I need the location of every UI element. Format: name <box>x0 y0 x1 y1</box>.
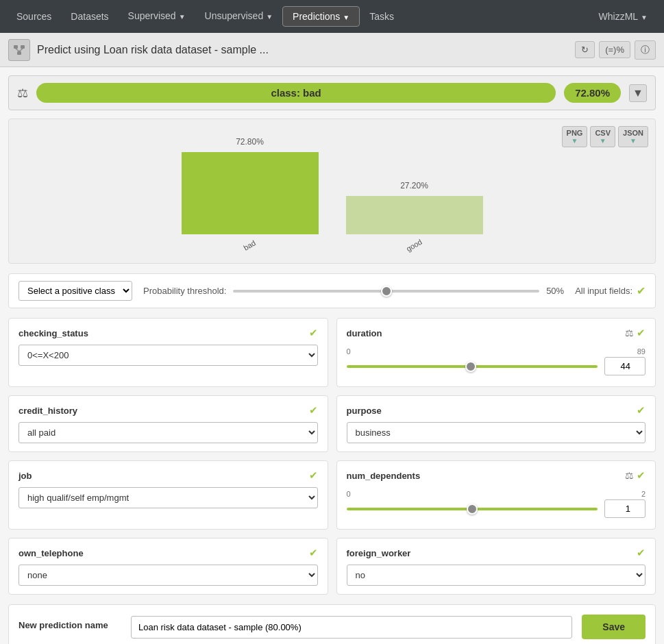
credit-history-actions: ✔ <box>309 404 318 417</box>
svg-rect-0 <box>14 45 18 49</box>
nav-tasks[interactable]: Tasks <box>360 0 404 33</box>
unsupervised-arrow: ▼ <box>266 13 273 21</box>
field-credit-history: credit_history ✔ all paid critical/other… <box>8 395 328 452</box>
num-dependents-label: num_dependents <box>347 471 421 481</box>
credit-history-select[interactable]: all paid critical/other existing credit … <box>19 422 318 443</box>
controls-row: Select a positive class Probability thre… <box>8 273 656 308</box>
checking-status-check[interactable]: ✔ <box>309 327 318 339</box>
job-actions: ✔ <box>309 469 318 482</box>
bar-good: 27.20% good <box>346 181 483 249</box>
purpose-select[interactable]: business car education furniture/equipme… <box>347 422 646 443</box>
purpose-label: purpose <box>347 406 382 416</box>
field-checking-status: checking_status ✔ 0<=X<200 <0 >=200 no c… <box>8 318 328 387</box>
fields-grid: checking_status ✔ 0<=X<200 <0 >=200 no c… <box>8 318 656 595</box>
nav-datasets[interactable]: Datasets <box>61 0 118 33</box>
code-button[interactable]: (=)% <box>599 41 630 58</box>
whizzml-menu[interactable]: WhizzML▼ <box>589 11 657 22</box>
refresh-button[interactable]: ↻ <box>575 41 595 58</box>
bar-good-pct: 27.20% <box>400 181 428 190</box>
field-num-dependents: num_dependents ⚖ ✔ 0 2 <box>336 460 656 530</box>
telephone-check[interactable]: ✔ <box>309 547 318 559</box>
duration-slider-input <box>347 357 646 375</box>
num-dep-scale-icon[interactable]: ⚖ <box>625 470 634 481</box>
save-button[interactable]: Save <box>582 615 645 639</box>
field-header-purpose: purpose ✔ <box>347 404 646 417</box>
num-dep-check[interactable]: ✔ <box>637 469 645 482</box>
svg-line-3 <box>16 49 19 51</box>
field-own-telephone: own_telephone ✔ none yes <box>8 538 328 595</box>
whizzml-arrow: ▼ <box>641 14 648 21</box>
duration-check[interactable]: ✔ <box>637 327 645 339</box>
credit-history-check[interactable]: ✔ <box>309 404 318 417</box>
bar-good-label: good <box>405 238 423 253</box>
field-header-job: job ✔ <box>19 469 318 482</box>
bar-bad: 72.80% bad <box>182 137 319 249</box>
foreign-worker-actions: ✔ <box>637 547 645 559</box>
duration-slider[interactable] <box>347 365 598 368</box>
duration-slider-field: 0 89 <box>347 345 646 378</box>
field-header-checking: checking_status ✔ <box>19 327 318 339</box>
expand-button[interactable]: ▼ <box>629 84 647 102</box>
job-check[interactable]: ✔ <box>309 469 318 482</box>
foreign-worker-label: foreign_worker <box>347 548 411 558</box>
positive-class-select[interactable]: Select a positive class <box>19 281 132 301</box>
chart-inner: 72.80% bad 27.20% good <box>23 130 641 249</box>
threshold-value: 50% <box>546 286 564 296</box>
threshold-slider[interactable] <box>233 290 539 293</box>
nav-unsupervised[interactable]: Unsupervised▼ <box>195 0 283 34</box>
chart-export-buttons: PNG ▼ CSV ▼ JSON ▼ <box>562 126 648 147</box>
header-bar: Predict using Loan risk data dataset - s… <box>0 33 664 67</box>
export-json-button[interactable]: JSON ▼ <box>618 126 648 147</box>
threshold-label: Probability threshold: <box>143 286 226 296</box>
field-header-credit: credit_history ✔ <box>19 404 318 417</box>
all-fields-label: All input fields: <box>575 286 632 296</box>
supervised-arrow: ▼ <box>179 13 186 21</box>
foreign-worker-select[interactable]: no yes <box>347 565 646 586</box>
field-foreign-worker: foreign_worker ✔ no yes <box>336 538 656 595</box>
field-job: job ✔ high qualif/self emp/mgmt skilled … <box>8 460 328 530</box>
num-dependents-slider[interactable] <box>347 508 598 510</box>
duration-value-input[interactable] <box>604 357 645 375</box>
field-header-foreign: foreign_worker ✔ <box>347 547 646 559</box>
new-prediction-label: New prediction name <box>19 615 121 630</box>
positive-class-container: Select a positive class <box>19 281 132 301</box>
nav-predictions[interactable]: Predictions▼ <box>282 6 360 27</box>
main-content: ⚖ class: bad 72.80% ▼ PNG ▼ CSV ▼ JSON ▼… <box>0 67 664 644</box>
nav-supervised[interactable]: Supervised▼ <box>119 0 195 34</box>
foreign-worker-check[interactable]: ✔ <box>637 547 645 559</box>
svg-rect-2 <box>17 51 21 55</box>
export-png-button[interactable]: PNG ▼ <box>562 126 588 147</box>
scale-icon: ⚖ <box>17 86 28 101</box>
job-label: job <box>19 471 32 481</box>
num-dep-range-row: 0 2 <box>347 490 646 498</box>
prediction-result: ⚖ class: bad 72.80% ▼ <box>8 75 656 110</box>
field-purpose: purpose ✔ business car education furnitu… <box>336 395 656 452</box>
checking-status-select[interactable]: 0<=X<200 <0 >=200 no checking <box>19 345 318 366</box>
purpose-actions: ✔ <box>637 404 645 417</box>
nav-sources[interactable]: Sources <box>7 0 61 33</box>
num-dependents-value-input[interactable] <box>604 499 645 518</box>
num-dependents-actions: ⚖ ✔ <box>625 469 645 482</box>
threshold-row: Probability threshold: 50% <box>143 286 564 296</box>
duration-scale-icon[interactable]: ⚖ <box>625 327 634 338</box>
good-bar-rect <box>346 196 483 234</box>
num-dep-max: 2 <box>641 490 645 498</box>
page-title: Predict using Loan risk data dataset - s… <box>37 44 575 56</box>
field-header-duration: duration ⚖ ✔ <box>347 327 646 339</box>
purpose-check[interactable]: ✔ <box>637 404 645 417</box>
predictions-arrow: ▼ <box>343 14 349 21</box>
duration-max: 89 <box>637 347 645 356</box>
prediction-label: class: bad <box>36 83 556 103</box>
header-actions: ↻ (=)% ⓘ <box>575 40 656 60</box>
own-telephone-select[interactable]: none yes <box>19 565 318 586</box>
svg-line-4 <box>19 49 23 51</box>
own-telephone-label: own_telephone <box>19 548 84 558</box>
info-button[interactable]: ⓘ <box>635 40 656 60</box>
prediction-name-input[interactable] <box>131 616 572 639</box>
all-fields-check[interactable]: ✔ <box>637 284 645 297</box>
duration-min: 0 <box>347 347 351 356</box>
export-csv-button[interactable]: CSV ▼ <box>590 126 615 147</box>
job-select[interactable]: high qualif/self emp/mgmt skilled unemp/… <box>19 487 318 508</box>
model-icon <box>8 39 30 61</box>
checking-status-label: checking_status <box>19 328 88 338</box>
